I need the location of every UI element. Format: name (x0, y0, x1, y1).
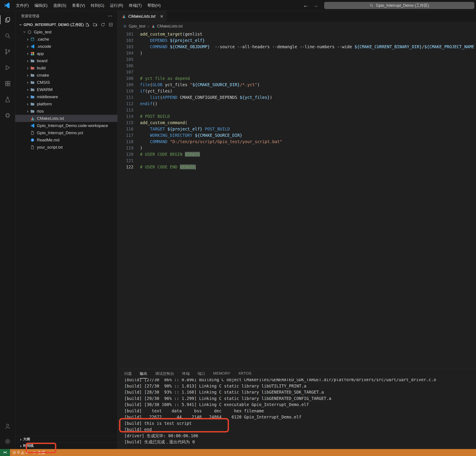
activity-testing[interactable] (0, 91, 15, 107)
code-line[interactable]: 113 (118, 107, 476, 113)
breadcrumb-item[interactable]: CMakeLists.txt (157, 24, 183, 29)
code-line[interactable]: 116 TARGET ${project_elf} POST_BUILD (118, 126, 476, 132)
tree-item-cmsis[interactable]: CMSIS (15, 79, 118, 86)
code-line[interactable]: 107 (118, 69, 476, 75)
more-actions-icon[interactable]: ⋯ (108, 13, 112, 19)
workspace-section-header[interactable]: GPIO_INTERRUPT_DEMO (工作区) (15, 21, 118, 28)
output-console[interactable]: [build] [27/30 86% :: 0.896] Building C … (118, 379, 476, 449)
menu-item[interactable]: 查看(V) (69, 1, 88, 9)
activity-extensions[interactable] (0, 76, 15, 91)
panel-tab-调试控制台[interactable]: 调试控制台 (155, 369, 174, 379)
code-line[interactable]: 108# yct file as depend (118, 75, 476, 82)
tree-item-build[interactable]: build (15, 64, 118, 72)
tree-item-app[interactable]: app (15, 50, 118, 57)
code-line[interactable]: 101add_custom_target(genlist (118, 31, 476, 37)
explorer-sidebar: 资源管理器 ⋯ GPIO_INTERRUPT_DEMO (工作区) Gpio_t… (15, 11, 118, 449)
close-icon[interactable]: × (160, 13, 163, 19)
remote-indicator[interactable]: >< (0, 449, 10, 456)
tree-item--cache[interactable]: .cache (15, 35, 118, 43)
panel-tab-输出[interactable]: 输出 (140, 369, 147, 379)
activity-account[interactable] (0, 419, 15, 434)
menu-item[interactable]: 选择(S) (50, 1, 69, 9)
tree-item-board[interactable]: board (15, 57, 118, 64)
tree-item-gpio-interrupt-demo-code-workspace[interactable]: Gpio_Interrupt_Demo.code-workspace (15, 122, 118, 129)
code-line[interactable]: 109file(GLOB yct_files "${CMAKE_SOURCE_D… (118, 82, 476, 88)
code-line[interactable]: 122# USER CODE END others (118, 164, 476, 170)
code-line[interactable]: 110if(yct_files) (118, 88, 476, 94)
tab-cmakelists-txt[interactable]: CMakeLists.txt × (118, 11, 167, 22)
collapse-all-icon[interactable] (108, 22, 113, 27)
back-button[interactable]: ← (303, 2, 308, 9)
panel-tab-端口[interactable]: 端口 (198, 369, 205, 379)
chevron-right-icon (25, 109, 30, 114)
code-line[interactable]: 115add_custom_command( (118, 120, 476, 126)
code-line-content: WORKING_DIRECTORY ${CMAKE_SOURCE_DIR} (140, 132, 242, 138)
menu-item[interactable]: 文件(F) (13, 1, 32, 9)
outline-section[interactable]: 大纲 (15, 436, 118, 442)
tree-item-platform[interactable]: platform (15, 100, 118, 108)
activity-search[interactable] (0, 28, 15, 44)
menu-item[interactable]: 转到(G) (88, 1, 107, 9)
tree-item-cmakelists-txt[interactable]: CMakeLists.txt (15, 115, 118, 122)
new-file-icon[interactable] (85, 22, 90, 27)
nav-history: ← → (303, 2, 319, 9)
search-icon (369, 3, 374, 8)
file-icon (30, 130, 35, 135)
tree-item-rtos[interactable]: rtos (15, 108, 118, 115)
tree-item-readme-md[interactable]: ReadMe.md (15, 136, 118, 144)
command-center-search[interactable]: Gpio_Interrupt_Demo (工作区) (324, 2, 474, 9)
editor-tab-bar: CMakeLists.txt × (118, 11, 476, 22)
new-folder-icon[interactable] (93, 22, 97, 27)
code-line[interactable]: 104) (118, 50, 476, 56)
timeline-section[interactable]: 时间线 (15, 442, 118, 449)
tree-item-your-script-txt[interactable]: your_script.txt (15, 144, 118, 151)
refresh-icon[interactable] (101, 22, 105, 27)
files-icon (4, 17, 11, 23)
activity-xrtos-tools[interactable] (0, 107, 15, 123)
menu-item[interactable]: 终端(T) (126, 1, 144, 9)
menu-item[interactable]: 编辑(E) (32, 1, 50, 9)
code-line[interactable]: 117 WORKING_DIRECTORY ${CMAKE_SOURCE_DIR… (118, 132, 476, 138)
task-chevron[interactable]: > (47, 449, 54, 456)
code-line[interactable]: 102 DEPENDS ${project_elf} (118, 37, 476, 44)
code-line[interactable]: 112endif() (118, 101, 476, 107)
tree-item-middleware[interactable]: middleware (15, 93, 118, 100)
tree-item-cmake[interactable]: cmake (15, 72, 118, 79)
code-line[interactable]: 111 list(APPEND CMAKE_CONFIGURE_DEPENDS … (118, 94, 476, 101)
problems-status[interactable]: 0 0 (10, 449, 30, 456)
tree-item-label: platform (37, 102, 52, 106)
line-number: 109 (118, 82, 140, 88)
tree-item--vscode[interactable]: .vscode (15, 43, 118, 50)
code-line[interactable]: 114# POST BUILD (118, 113, 476, 120)
tree-item-gpio-test[interactable]: Gpio_test (15, 28, 118, 35)
beaker-icon (4, 96, 11, 103)
activity-settings[interactable] (0, 434, 15, 449)
panel-tab-终端[interactable]: 终端 (182, 369, 190, 379)
tree-item-label: rtos (37, 109, 44, 114)
tree-item-gpio-interrupt-demo-yct[interactable]: Gpio_Interrupt_Demo.yct (15, 129, 118, 136)
forward-button[interactable]: → (313, 2, 319, 9)
code-line[interactable]: 118 COMMAND "D:/len/pro/script/Gpio_test… (118, 138, 476, 145)
activity-explorer[interactable] (0, 12, 15, 28)
code-line[interactable]: 121 (118, 157, 476, 164)
panel-tab-问题[interactable]: 问题 (124, 369, 132, 379)
chevron-right-icon (25, 73, 30, 78)
breadcrumb-item[interactable]: Gpio_test (129, 24, 145, 29)
code-line[interactable]: 106 (118, 63, 476, 69)
code-line-content: TARGET ${project_elf} POST_BUILD (140, 126, 230, 132)
code-line[interactable]: 119) (118, 145, 476, 151)
code-line[interactable]: 120# USER CODE BEGIN others (118, 151, 476, 157)
code-line[interactable]: 103 COMMAND ${CMAKE_OBJDUMP} --source --… (118, 44, 476, 50)
menu-item[interactable]: 帮助(H) (144, 1, 163, 9)
activity-run-debug[interactable] (0, 60, 15, 76)
line-number: 121 (118, 157, 140, 164)
code-line[interactable]: 105 (118, 56, 476, 63)
panel-tab-XRTOS[interactable]: XRTOS (238, 369, 251, 379)
menu-item[interactable]: 运行(R) (107, 1, 126, 9)
search-text: Gpio_Interrupt_Demo (工作区) (376, 3, 429, 8)
panel-tab-MEMORY[interactable]: MEMORY (213, 369, 230, 379)
activity-source-control[interactable] (0, 44, 15, 60)
tree-item-ewarm[interactable]: EWARM (15, 86, 118, 93)
build-task-status[interactable]: 生成 (30, 449, 47, 456)
code-editor[interactable]: 101add_custom_target(genlist102 DEPENDS … (118, 31, 476, 369)
